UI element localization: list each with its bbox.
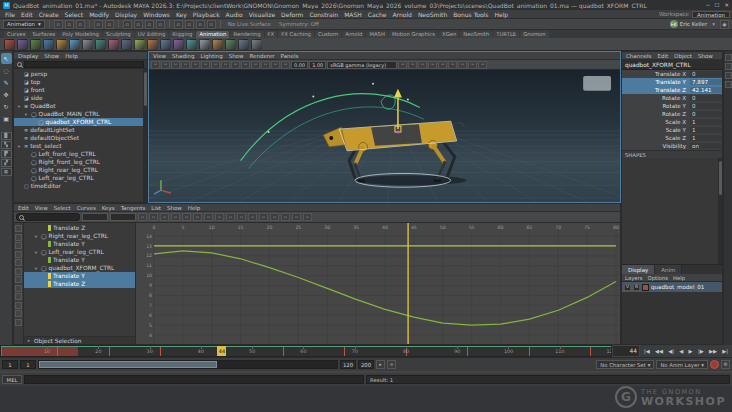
layer-editor-menu-options[interactable]: Options (648, 275, 668, 281)
lock-camera-icon[interactable]: ▫ (161, 61, 170, 69)
layout-preset-button-1[interactable]: ▉ (1, 132, 12, 140)
shaded-mode-icon[interactable]: ▫ (408, 61, 417, 69)
menu-edit[interactable]: Edit (18, 11, 36, 18)
bake-icon[interactable] (251, 39, 262, 50)
modeling-toolkit-tab-icon[interactable] (725, 81, 732, 88)
image-plane-icon[interactable]: ▫ (191, 61, 200, 69)
channel-value-field[interactable]: 1 (690, 127, 722, 133)
region-tool-icon[interactable]: ▫ (171, 213, 180, 221)
outliner-item-side[interactable]: ◪side (14, 94, 147, 102)
playback-start-field[interactable]: 1 (20, 360, 36, 369)
channel-value-field[interactable]: 0 (690, 71, 722, 77)
outliner-item-test-select[interactable]: ▾≡test_select (14, 142, 147, 150)
grid-toggle-icon[interactable]: ▫ (221, 61, 230, 69)
channel-value-field[interactable]: 7.897 (690, 79, 722, 85)
snap-value-icon[interactable] (15, 310, 22, 317)
render-settings-icon[interactable]: ▫ (207, 20, 216, 29)
safe-action-icon[interactable]: ▫ (271, 61, 280, 69)
animation-preferences-icon[interactable]: ⚙ (721, 360, 730, 369)
channel-scale-y[interactable]: Scale Y1 (622, 126, 722, 134)
layer-row-quadbot-model-01[interactable]: VRquadbot_model_01 (622, 282, 722, 292)
outliner-item-quadbot-main-ctrl[interactable]: ▾◯QuadBot_MAIN_CTRL (14, 110, 147, 118)
menu-mash[interactable]: MASH (341, 11, 365, 18)
viewport-canvas-area[interactable] (149, 70, 620, 202)
joint-icon[interactable] (134, 39, 145, 50)
step-back-frame-button[interactable]: ◀| (668, 348, 674, 354)
channel-value-field[interactable]: on (690, 143, 722, 149)
menu-cache[interactable]: Cache (365, 11, 390, 18)
menu-modify[interactable]: Modify (86, 11, 112, 18)
menu-constrain[interactable]: Constrain (306, 11, 341, 18)
menu-file[interactable]: File (2, 11, 18, 18)
layout-preset-button-4[interactable]: ▞ (1, 159, 12, 167)
isolate-select-icon[interactable]: ▫ (478, 61, 487, 69)
step-forward-frame-button[interactable]: |▶ (698, 348, 704, 354)
character-set-selector[interactable]: No Character Set▾ (596, 360, 654, 369)
safe-title-icon[interactable]: ▫ (281, 61, 290, 69)
outliner-item-front[interactable]: ◪front (14, 86, 147, 94)
ik-handle-icon[interactable] (147, 39, 158, 50)
play-forwards-button[interactable]: ▶ (689, 348, 693, 354)
channel-scale-x[interactable]: Scale X1 (622, 118, 722, 126)
buffer-curve-snapshot-icon[interactable]: ▫ (292, 213, 301, 221)
playback-speed-icon[interactable]: ▸ (376, 360, 385, 369)
shelf-tab-animation[interactable]: Animation (196, 31, 229, 38)
channel-value-field[interactable]: 0 (690, 95, 722, 101)
outliner-item-timeeditor[interactable]: ▢timeEditor (14, 182, 147, 190)
tool-settings-tab-icon[interactable] (725, 72, 732, 79)
shelf-tab-xgen[interactable]: XGen (439, 31, 459, 38)
menu-deform[interactable]: Deform (278, 11, 306, 18)
lasso-tool-icon[interactable]: ◌ (1, 65, 12, 76)
shelf-tab-turtle[interactable]: TURTLE (493, 31, 519, 38)
animation-curve-chart[interactable]: 0510152025303540455055606570758014131211… (136, 223, 620, 344)
graph-editor-menu-show[interactable]: Show (167, 205, 182, 211)
outliner-menu-help[interactable]: Help (65, 53, 78, 59)
shelf-tab-mash[interactable]: MASH (366, 31, 388, 38)
mute-channel-icon[interactable] (15, 276, 22, 283)
infinity-toggle-icon[interactable] (15, 251, 22, 258)
menu-bonus-tools[interactable]: Bonus Tools (450, 11, 491, 18)
graph-channel-translate-y[interactable]: Translate Y (24, 240, 135, 248)
motion-trail-icon[interactable] (30, 39, 41, 50)
render-current-frame-icon[interactable]: ▫ (185, 20, 194, 29)
menu-audio[interactable]: Audio (223, 11, 246, 18)
step-back-key-button[interactable]: ◀◀ (655, 348, 663, 354)
redo-icon[interactable]: ▫ (105, 20, 114, 29)
shelf-tab-surfaces[interactable]: Surfaces (29, 31, 58, 38)
lock-channel-icon[interactable] (15, 285, 22, 292)
frame-playback-range-icon[interactable]: ▫ (204, 213, 213, 221)
graph-channel-translate-z[interactable]: Translate Z (24, 280, 135, 288)
time-editor-icon[interactable] (95, 39, 106, 50)
lights-toggle-icon[interactable]: ▫ (428, 61, 437, 69)
move-tool-icon[interactable]: ✥ (1, 89, 12, 100)
flat-tangent-icon[interactable]: ▫ (270, 213, 279, 221)
graph-editor-menu-select[interactable]: Select (54, 205, 71, 211)
film-gate-icon[interactable]: ▫ (231, 61, 240, 69)
key-stats-value-field[interactable] (110, 213, 136, 221)
shelf-tab-neosmith[interactable]: NeoSmith (460, 31, 492, 38)
graph-editor-menu-tangents[interactable]: Tangents (121, 205, 146, 211)
hik-icon[interactable] (121, 39, 132, 50)
outliner-item-left-rear-leg-ctrl[interactable]: ◯Left_rear_leg_CTRL (14, 174, 147, 182)
menu-help[interactable]: Help (491, 11, 511, 18)
textured-mode-icon[interactable]: ▫ (418, 61, 427, 69)
play-backwards-button[interactable]: ◀ (679, 348, 683, 354)
shelf-tab-arnold[interactable]: Arnold (342, 31, 365, 38)
outliner-item-defaultobjectset[interactable]: ≡defaultObjectSet (14, 134, 147, 142)
template-channel-icon[interactable] (15, 319, 22, 326)
channel-visibility[interactable]: Visibilityon (622, 142, 722, 150)
notifications-bell-icon[interactable]: ◉ (720, 20, 729, 29)
viewport-overlay-button[interactable] (583, 76, 611, 91)
stacked-view-icon[interactable] (15, 234, 22, 241)
viewport-scene[interactable] (149, 70, 620, 202)
layer-type-toggle[interactable]: R (633, 284, 640, 291)
undo-icon[interactable]: ▫ (94, 20, 103, 29)
scale-tool-icon[interactable]: ▣ (1, 113, 12, 124)
shelf-tab-gnomon[interactable]: Gnomon (520, 31, 548, 38)
attribute-editor-tab-icon[interactable] (725, 63, 732, 70)
center-current-time-icon[interactable]: ▫ (215, 213, 224, 221)
channel-translate-z[interactable]: Translate Z42.141 (622, 86, 722, 94)
viewport-menu-shading[interactable]: Shading (172, 53, 194, 59)
graph-channel-translate-y[interactable]: Translate Y (24, 256, 135, 264)
retime-tool-icon[interactable]: ▫ (182, 213, 191, 221)
